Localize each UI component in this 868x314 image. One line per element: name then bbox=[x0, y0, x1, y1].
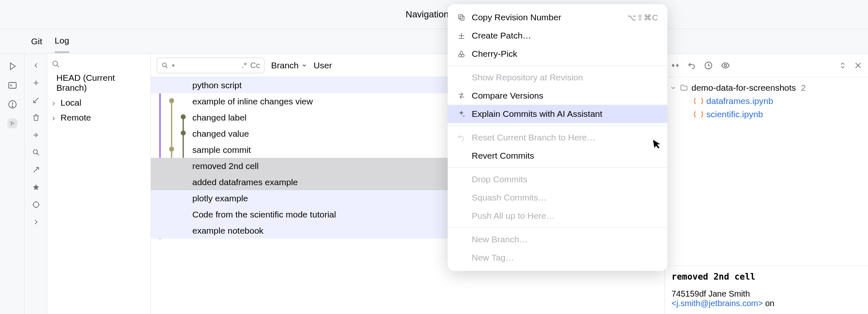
svg-point-48 bbox=[461, 54, 464, 57]
vcs-actions-rail bbox=[25, 54, 47, 314]
tool-tabs: Git Log bbox=[0, 29, 868, 54]
patch-icon bbox=[457, 31, 466, 40]
expand-icon[interactable] bbox=[32, 166, 40, 174]
svg-rect-2 bbox=[9, 82, 16, 88]
menu-revert-commits[interactable]: Revert Commits bbox=[448, 147, 667, 165]
changed-files-tree: demo-data-for-screenshots 2 dataframes.i… bbox=[665, 77, 868, 125]
left-tool-rail bbox=[0, 54, 25, 314]
tree-folder[interactable]: demo-data-for-screenshots 2 bbox=[670, 81, 863, 94]
menu-explain-ai[interactable]: Explain Commits with AI Assistant bbox=[448, 105, 667, 123]
menu-separator bbox=[448, 65, 667, 66]
copy-icon bbox=[457, 13, 466, 22]
star-icon[interactable] bbox=[32, 183, 40, 191]
svg-line-12 bbox=[37, 153, 39, 155]
file-label: dataframes.ipynb bbox=[706, 96, 773, 106]
target-icon[interactable] bbox=[32, 200, 40, 209]
svg-point-21 bbox=[162, 63, 166, 67]
undo-icon[interactable] bbox=[687, 61, 696, 70]
commit-author-line: 745159df Jane Smith <j.smith@jetbrains.c… bbox=[672, 289, 861, 308]
sparkle-icon bbox=[457, 110, 466, 118]
branch-search[interactable] bbox=[47, 58, 150, 70]
chevron-down-icon bbox=[670, 85, 676, 91]
menu-squash-commits: Squash Commits… bbox=[448, 188, 667, 207]
terminal-icon[interactable] bbox=[7, 80, 17, 90]
details-toolbar bbox=[665, 54, 868, 77]
filter-user[interactable]: User bbox=[314, 60, 332, 70]
cursor-icon bbox=[652, 138, 662, 150]
menu-new-branch: New Branch… bbox=[448, 230, 667, 249]
branches-panel: HEAD (Current Branch) Local Remote bbox=[47, 54, 151, 314]
file-row[interactable]: scientific.ipynb bbox=[670, 108, 863, 121]
commits-search-input[interactable]: ▾ .* Cc bbox=[157, 58, 264, 73]
menu-shortcut: ⌥⇧⌘C bbox=[627, 13, 658, 22]
match-case-toggle[interactable]: Cc bbox=[250, 61, 260, 70]
undo-icon bbox=[457, 133, 466, 142]
compare-arrows-icon bbox=[457, 92, 466, 100]
branch-local[interactable]: Local bbox=[47, 95, 150, 110]
checkout-icon[interactable] bbox=[32, 96, 40, 104]
cherry-icon bbox=[457, 50, 466, 58]
tab-log[interactable]: Log bbox=[55, 30, 69, 53]
file-count: 2 bbox=[801, 83, 806, 93]
svg-point-11 bbox=[33, 150, 37, 154]
chevron-right-icon[interactable] bbox=[32, 218, 40, 226]
trash-icon[interactable] bbox=[32, 114, 40, 122]
close-icon[interactable] bbox=[854, 61, 862, 70]
menu-reset-branch: Reset Current Branch to Here… bbox=[448, 128, 667, 147]
svg-point-47 bbox=[458, 54, 461, 57]
menu-new-tag: New Tag… bbox=[448, 249, 667, 267]
branch-remote[interactable]: Remote bbox=[47, 110, 150, 125]
commit-metadata: removed 2nd cell 745159df Jane Smith <j.… bbox=[665, 266, 868, 314]
eye-icon[interactable] bbox=[720, 61, 730, 70]
history-icon[interactable] bbox=[704, 61, 713, 70]
menu-separator bbox=[448, 126, 667, 126]
branch-head[interactable]: HEAD (Current Branch) bbox=[47, 70, 150, 95]
expand-collapse-icon[interactable] bbox=[839, 61, 846, 70]
svg-point-7 bbox=[11, 124, 12, 126]
compare-icon[interactable] bbox=[32, 131, 40, 139]
commit-title: removed 2nd cell bbox=[672, 272, 861, 282]
jupyter-icon bbox=[694, 110, 703, 119]
menu-create-patch[interactable]: Create Patch… bbox=[448, 27, 667, 45]
menu-separator bbox=[448, 227, 667, 228]
svg-rect-43 bbox=[458, 14, 463, 19]
file-label: scientific.ipynb bbox=[706, 109, 763, 119]
menu-compare-versions[interactable]: Compare Versions bbox=[448, 87, 667, 105]
svg-line-20 bbox=[57, 65, 59, 67]
menu-separator bbox=[448, 167, 667, 168]
collapse-icon[interactable] bbox=[671, 61, 680, 70]
commit-details-panel: demo-data-for-screenshots 2 dataframes.i… bbox=[665, 54, 868, 314]
menu-push-all: Push All up to Here… bbox=[448, 207, 667, 225]
regex-toggle[interactable]: .* bbox=[242, 61, 247, 70]
svg-marker-13 bbox=[33, 184, 39, 191]
svg-rect-42 bbox=[460, 16, 464, 20]
svg-point-6 bbox=[11, 122, 12, 123]
menu-cherry-pick[interactable]: Cherry-Pick bbox=[448, 45, 667, 63]
title-bar: Navigation Ba bbox=[0, 0, 868, 29]
context-menu: Copy Revision Number ⌥⇧⌘C Create Patch… … bbox=[448, 4, 667, 271]
svg-line-22 bbox=[166, 66, 167, 68]
svg-point-5 bbox=[12, 106, 13, 107]
folder-icon bbox=[680, 84, 688, 92]
svg-point-14 bbox=[33, 202, 39, 207]
menu-drop-commits: Drop Commits bbox=[448, 170, 667, 188]
svg-point-39 bbox=[724, 64, 727, 67]
svg-point-19 bbox=[53, 61, 58, 66]
problems-icon[interactable] bbox=[7, 99, 17, 109]
plus-icon[interactable] bbox=[32, 79, 40, 87]
file-row[interactable]: dataframes.ipynb bbox=[670, 94, 863, 108]
svg-marker-0 bbox=[10, 63, 15, 70]
menu-show-repo: Show Repository at Revision bbox=[448, 68, 667, 87]
folder-label: demo-data-for-screenshots bbox=[691, 83, 796, 93]
tab-git[interactable]: Git bbox=[31, 31, 42, 52]
menu-copy-revision[interactable]: Copy Revision Number ⌥⇧⌘C bbox=[448, 8, 667, 27]
chevron-left-icon[interactable] bbox=[32, 61, 40, 70]
jupyter-icon bbox=[694, 97, 703, 106]
git-icon[interactable] bbox=[7, 118, 17, 128]
filter-branch[interactable]: Branch bbox=[271, 60, 307, 70]
run-icon[interactable] bbox=[7, 61, 17, 71]
search-icon[interactable] bbox=[32, 148, 40, 157]
